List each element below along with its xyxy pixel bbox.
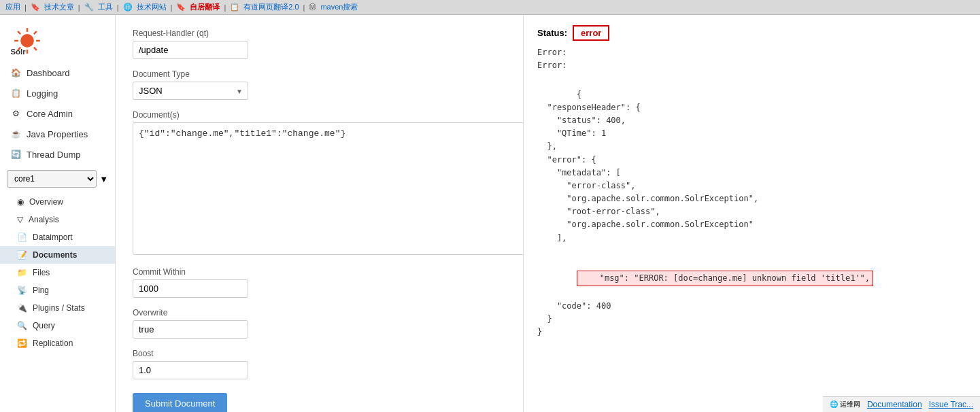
sidebar-item-query[interactable]: 🔍 Query xyxy=(0,317,115,334)
svg-line-7 xyxy=(34,31,37,34)
svg-point-0 xyxy=(20,34,34,48)
svg-line-5 xyxy=(18,31,20,34)
sidebar-item-label: Core Admin xyxy=(27,109,73,119)
doc-type-select[interactable]: JSON XML CSV Solr Commands xyxy=(133,82,248,100)
response-panel: Status: error Error: Error: { "responseH… xyxy=(524,15,980,412)
doc-type-select-wrapper: JSON XML CSV Solr Commands ▼ xyxy=(133,82,248,100)
sidebar-item-logging[interactable]: 📋 Logging xyxy=(0,83,115,103)
core-selector[interactable]: core1 ▼ xyxy=(7,170,108,188)
core-item-label: Documents xyxy=(33,250,77,260)
thread-icon: 🔄 xyxy=(10,149,21,160)
submit-button[interactable]: Submit Document xyxy=(133,393,227,412)
sidebar-top-nav: 🏠 Dashboard 📋 Logging ⚙ Core Admin ☕ Jav… xyxy=(0,63,115,165)
response-json-block: { "responseHeader": { "status": 400, "QT… xyxy=(537,75,966,258)
sidebar-item-core-admin[interactable]: ⚙ Core Admin xyxy=(0,103,115,124)
analysis-icon: ▽ xyxy=(17,215,23,224)
nav-separator: | xyxy=(24,3,27,12)
nav-item[interactable]: 自居翻译 xyxy=(190,2,220,12)
sidebar-item-ping[interactable]: 📡 Ping xyxy=(0,281,115,299)
java-icon: ☕ xyxy=(10,128,21,139)
main-layout: Solr 🏠 Dashboard 📋 Logging ⚙ Core Admin … xyxy=(0,15,980,412)
overview-icon: ◉ xyxy=(17,197,24,207)
nav-item[interactable]: Ⓜ xyxy=(309,2,316,12)
documents-textarea[interactable]: {"id":"change.me","title1":"change.me"} xyxy=(133,122,524,255)
nav-item[interactable]: 工具 xyxy=(98,2,113,12)
overwrite-input[interactable] xyxy=(133,320,248,339)
sidebar-item-label: Java Properties xyxy=(27,129,88,139)
bottom-bar: 🌐 运维网 Documentation Issue Trac... xyxy=(823,396,980,412)
sidebar-item-label: Dashboard xyxy=(27,68,70,78)
handler-group: Request-Handler (qt) xyxy=(133,29,506,59)
core-item-label: Plugins / Stats xyxy=(33,303,85,313)
nav-item[interactable]: 技术网站 xyxy=(137,2,167,12)
response-error2: Error: xyxy=(537,59,966,72)
core-dropdown-icon: ▼ xyxy=(99,174,108,184)
error-msg-highlight: "msg": "ERROR: [doc=change.me] unknown f… xyxy=(577,271,873,286)
form-panel: Request-Handler (qt) Document Type JSON … xyxy=(116,15,524,412)
sidebar-item-label: Thread Dump xyxy=(27,150,80,160)
sidebar-item-java-properties[interactable]: ☕ Java Properties xyxy=(0,124,115,144)
response-json-end: "code": 400 } } xyxy=(537,300,966,339)
nav-separator: | xyxy=(78,3,80,12)
error-label2: Error: xyxy=(537,61,567,70)
error-label1: Error: xyxy=(537,48,567,57)
documents-icon: 📝 xyxy=(17,250,27,260)
nav-item[interactable]: 🔧 xyxy=(84,3,94,12)
logo-area: Solr xyxy=(0,15,115,63)
nav-item[interactable]: 有道网页翻译2.0 xyxy=(243,2,299,12)
boost-group: Boost xyxy=(133,349,506,379)
boost-label: Boost xyxy=(133,349,506,358)
nav-item[interactable]: maven搜索 xyxy=(320,2,358,12)
logging-icon: 📋 xyxy=(10,88,21,99)
overwrite-label: Overwrite xyxy=(133,308,506,317)
handler-input[interactable] xyxy=(133,41,248,59)
commit-within-input[interactable] xyxy=(133,279,248,298)
doc-type-label: Document Type xyxy=(133,69,506,79)
nav-item[interactable]: 🌐 xyxy=(123,3,133,12)
core-select[interactable]: core1 xyxy=(7,170,97,188)
core-item-label: Replication xyxy=(33,339,73,348)
sidebar-item-files[interactable]: 📁 Files xyxy=(0,264,115,281)
nav-separator: | xyxy=(117,3,119,12)
nav-item[interactable]: 🔖 xyxy=(176,3,186,12)
core-item-label: Files xyxy=(33,268,50,277)
plugins-icon: 🔌 xyxy=(17,303,27,313)
sidebar-item-replication[interactable]: 🔁 Replication xyxy=(0,334,115,352)
bottom-logo: 🌐 运维网 xyxy=(830,400,860,409)
content-area: Request-Handler (qt) Document Type JSON … xyxy=(116,15,980,412)
svg-line-6 xyxy=(34,48,37,50)
sidebar-item-dashboard[interactable]: 🏠 Dashboard xyxy=(0,63,115,83)
svg-text:Solr: Solr xyxy=(10,48,26,56)
sidebar-item-thread-dump[interactable]: 🔄 Thread Dump xyxy=(0,144,115,165)
issue-tracker-link[interactable]: Issue Trac... xyxy=(929,400,973,409)
replication-icon: 🔁 xyxy=(17,339,27,348)
status-line: Status: error xyxy=(537,25,966,41)
overwrite-group: Overwrite xyxy=(133,308,506,339)
handler-label: Request-Handler (qt) xyxy=(133,29,506,38)
nav-item[interactable]: 🔖 xyxy=(31,3,40,12)
documents-label: Document(s) xyxy=(133,110,506,120)
commit-within-group: Commit Within xyxy=(133,267,506,298)
nav-item[interactable]: 技术文章 xyxy=(44,2,74,12)
sidebar-item-label: Logging xyxy=(27,88,58,99)
boost-input[interactable] xyxy=(133,361,248,379)
response-error1: Error: xyxy=(537,46,966,59)
nav-separator: | xyxy=(171,3,173,12)
sidebar-item-overview[interactable]: ◉ Overview xyxy=(0,193,115,211)
nav-separator: | xyxy=(303,3,305,12)
response-msg-line: "msg": "ERROR: [doc=change.me] unknown f… xyxy=(537,258,966,300)
nav-item[interactable]: 📋 xyxy=(230,3,239,12)
nav-item[interactable]: 应用 xyxy=(5,2,20,12)
dashboard-icon: 🏠 xyxy=(10,67,21,78)
documentation-link[interactable]: Documentation xyxy=(867,400,922,409)
query-icon: 🔍 xyxy=(17,321,27,330)
browser-bar: 应用 | 🔖 技术文章 | 🔧 工具 | 🌐 技术网站 | 🔖 自居翻译 | 📋… xyxy=(0,0,980,15)
sidebar-item-documents[interactable]: 📝 Documents xyxy=(0,246,115,264)
sidebar-item-plugins[interactable]: 🔌 Plugins / Stats xyxy=(0,299,115,317)
sidebar-item-analysis[interactable]: ▽ Analysis xyxy=(0,211,115,228)
nav-separator: | xyxy=(224,3,226,12)
core-item-label: Ping xyxy=(33,286,49,295)
sidebar-item-dataimport[interactable]: 📄 Dataimport xyxy=(0,228,115,246)
doc-type-group: Document Type JSON XML CSV Solr Commands… xyxy=(133,69,506,100)
files-icon: 📁 xyxy=(17,268,27,277)
